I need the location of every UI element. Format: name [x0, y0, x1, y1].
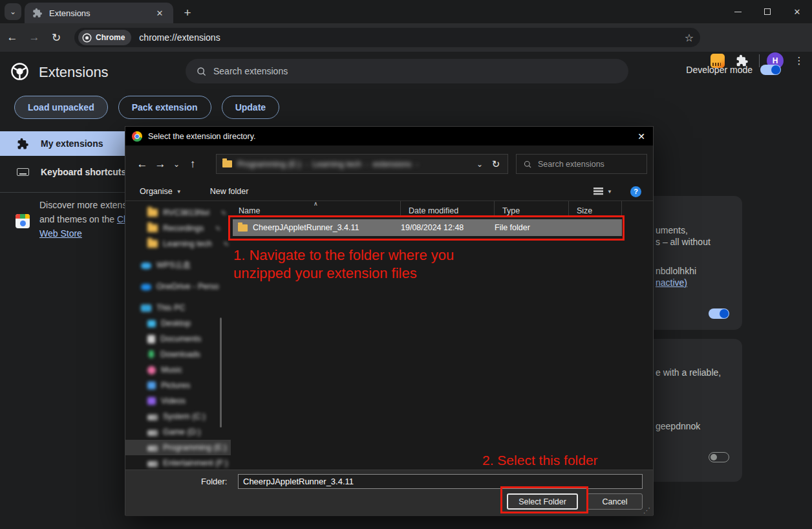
tree-item[interactable]: This PC [125, 300, 231, 316]
extensions-actions: Load unpacked Pack extension Update [14, 96, 279, 119]
dialog-refresh-icon[interactable]: ↻ [487, 158, 505, 170]
dialog-search-box[interactable]: Search extensions [516, 154, 647, 174]
help-button[interactable]: ? [630, 186, 641, 197]
discover-text: Discover more extens and themes on the C… [39, 198, 136, 241]
new-folder-button[interactable]: New folder [210, 187, 249, 196]
chrome-chip-label: Chrome [96, 33, 125, 42]
developer-mode-control: Developer mode [686, 65, 781, 75]
pack-extension-button[interactable]: Pack extension [118, 96, 211, 119]
dialog-body: RVC3813Nvi✎Recordings✎Learning tech✎WPS云… [125, 201, 653, 470]
update-button[interactable]: Update [222, 96, 279, 119]
extension-enable-toggle[interactable] [709, 452, 729, 462]
tree-item-label: This PC [156, 303, 185, 312]
minimize-button[interactable] [723, 0, 753, 23]
keyboard-icon [17, 168, 29, 176]
url-text: chrome://extensions [139, 32, 220, 43]
extension-card-text: uments, [656, 225, 688, 235]
reload-button[interactable]: ↻ [47, 28, 66, 47]
breadcrumb-item[interactable]: extensions [373, 160, 412, 169]
dialog-title-bar[interactable]: Select the extension directory. ✕ [125, 127, 653, 146]
tree-item[interactable]: OneDrive - Perso [125, 279, 231, 294]
tree-item[interactable]: RVC3813Nvi✎ [125, 205, 231, 221]
tree-item-label: Music [161, 365, 182, 374]
drive-icon [147, 461, 158, 467]
dialog-title: Select the extension directory. [148, 132, 256, 141]
breadcrumb-item[interactable]: Programming (E:) [237, 160, 301, 169]
tree-item-label: Desktop [161, 319, 191, 328]
tree-item[interactable]: Programming (E:) [125, 440, 231, 455]
dialog-back-icon[interactable]: ← [133, 158, 151, 171]
browser-tab[interactable]: Extensions ✕ [25, 3, 173, 23]
annotation-box-step1 [228, 215, 625, 241]
back-button[interactable]: ← [3, 28, 22, 47]
breadcrumb-item[interactable]: Learning tech [312, 160, 361, 169]
tab-close-icon[interactable]: ✕ [154, 7, 166, 19]
dialog-search-placeholder: Search extensions [538, 160, 604, 169]
tree-item[interactable]: Recordings✎ [125, 221, 231, 236]
tree-scrollbar[interactable] [220, 318, 222, 427]
browser-toolbar: ← → ↻ Chrome chrome://extensions ☆ H ⋮ [0, 23, 812, 52]
bookmark-star-icon[interactable]: ☆ [685, 32, 694, 44]
my-extensions-puzzle-icon [17, 138, 29, 150]
tree-item-label: WPS云盘 [156, 260, 191, 271]
omnibox[interactable]: Chrome chrome://extensions ☆ [74, 28, 700, 47]
tree-item-label: Videos [161, 396, 186, 405]
tree-item[interactable]: Music [125, 362, 231, 378]
close-window-button[interactable]: ✕ [782, 0, 812, 23]
file-list: ∧ NameDate modifiedTypeSize CheerpJApple… [231, 201, 651, 470]
maximize-button[interactable] [753, 0, 782, 23]
tree-item-label: System (C:) [163, 412, 206, 421]
breadcrumb-dropdown-icon[interactable]: ⌄ [473, 160, 487, 169]
annotation-text-step2: 2. Select this folder [482, 453, 598, 468]
dialog-recent-chevron-icon[interactable]: ⌄ [169, 160, 184, 169]
tree-item-label: OneDrive - Perso [156, 282, 219, 291]
search-icon [196, 66, 207, 77]
tree-item[interactable]: Downloads [125, 347, 231, 362]
tree-item[interactable]: Videos [125, 393, 231, 409]
resize-grip[interactable]: ⋰ [643, 506, 650, 515]
dialog-close-icon[interactable]: ✕ [637, 131, 645, 142]
tree-item-label: Downloads [160, 350, 200, 359]
tree-item-label: Game (D:) [163, 427, 200, 437]
folder-icon [147, 224, 158, 232]
tree-item[interactable]: Learning tech✎ [125, 236, 231, 252]
tree-item[interactable]: Documents [125, 331, 231, 347]
extension-card-link[interactable]: nactive) [656, 277, 687, 288]
drive-icon [147, 430, 158, 436]
extensions-page-header: Extensions Search extensions Developer m… [0, 52, 812, 91]
extensions-search-bar[interactable]: Search extensions [186, 59, 628, 83]
search-placeholder: Search extensions [213, 66, 288, 76]
dialog-command-bar: Organise ▼ New folder ▼ ? [125, 182, 653, 201]
cloud2-icon [141, 284, 151, 290]
tree-item[interactable]: Entertainment (F:) [125, 455, 231, 470]
extension-card-text: s – all without [656, 237, 710, 247]
dialog-up-icon[interactable]: ↑ [184, 158, 202, 171]
cancel-button[interactable]: Cancel [587, 493, 643, 510]
organise-menu[interactable]: Organise ▼ [140, 187, 182, 196]
new-tab-button[interactable]: + [180, 5, 195, 21]
window-controls: ✕ [723, 0, 812, 23]
address-breadcrumb-bar[interactable]: Programming (E:)›Learning tech›extension… [216, 154, 508, 174]
view-dropdown-icon: ▼ [607, 189, 612, 195]
dialog-forward-icon[interactable]: → [151, 158, 169, 171]
view-mode-button[interactable]: ▼ [593, 188, 612, 196]
tree-item[interactable]: Desktop [125, 316, 231, 331]
music-icon [147, 366, 156, 374]
tree-item[interactable]: System (C:) [125, 409, 231, 424]
tree-item-label: RVC3813Nvi [163, 208, 209, 217]
web-store-link[interactable]: Web Store [39, 228, 82, 239]
developer-mode-toggle[interactable] [760, 65, 781, 75]
tree-item[interactable]: Pictures [125, 378, 231, 393]
pin-icon: ✎ [224, 241, 229, 248]
extension-enable-toggle[interactable] [709, 308, 729, 319]
list-view-icon [593, 188, 603, 196]
tab-strip: ⌄ Extensions ✕ + ✕ [0, 0, 812, 23]
tree-item[interactable]: Game (D:) [125, 424, 231, 440]
forward-button[interactable]: → [25, 28, 44, 47]
breadcrumb: Programming (E:)›Learning tech›extension… [237, 160, 418, 169]
tree-item[interactable]: WPS云盘 [125, 257, 231, 273]
tab-search-button[interactable]: ⌄ [5, 3, 21, 20]
drive-icon [147, 446, 158, 451]
load-unpacked-button[interactable]: Load unpacked [14, 96, 108, 119]
developer-mode-label: Developer mode [686, 65, 753, 75]
